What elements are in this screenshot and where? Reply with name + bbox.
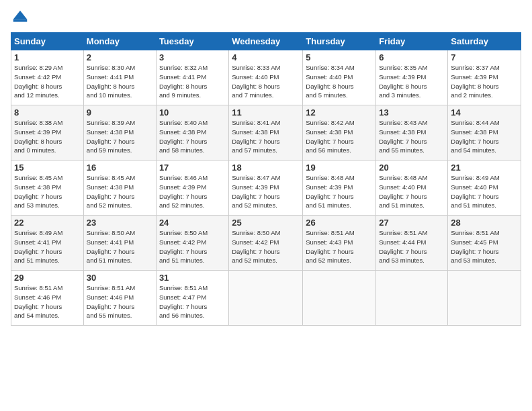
cell-sun-info: Sunrise: 8:39 AM Sunset: 4:38 PM Dayligh… xyxy=(87,118,153,155)
day-number: 8 xyxy=(14,107,81,118)
day-number: 2 xyxy=(87,52,153,62)
calendar-cell: 10Sunrise: 8:40 AM Sunset: 4:38 PM Dayli… xyxy=(156,105,228,161)
day-number: 31 xyxy=(159,273,226,283)
calendar-cell: 25Sunrise: 8:50 AM Sunset: 4:42 PM Dayli… xyxy=(229,216,303,271)
day-number: 14 xyxy=(451,107,518,118)
cell-sun-info: Sunrise: 8:41 AM Sunset: 4:38 PM Dayligh… xyxy=(232,118,300,155)
svg-rect-1 xyxy=(13,19,28,22)
calendar-table: SundayMondayTuesdayWednesdayThursdayFrid… xyxy=(11,32,521,326)
day-number: 18 xyxy=(232,163,300,173)
day-number: 6 xyxy=(379,52,445,62)
cell-sun-info: Sunrise: 8:42 AM Sunset: 4:38 PM Dayligh… xyxy=(306,118,373,155)
cell-sun-info: Sunrise: 8:49 AM Sunset: 4:41 PM Dayligh… xyxy=(14,228,81,265)
calendar-cell: 8Sunrise: 8:38 AM Sunset: 4:39 PM Daylig… xyxy=(11,105,84,161)
day-number: 11 xyxy=(232,107,300,118)
cell-sun-info: Sunrise: 8:34 AM Sunset: 4:40 PM Dayligh… xyxy=(306,63,373,100)
cell-sun-info: Sunrise: 8:49 AM Sunset: 4:40 PM Dayligh… xyxy=(451,173,518,210)
calendar-cell: 27Sunrise: 8:51 AM Sunset: 4:44 PM Dayli… xyxy=(376,216,448,271)
main-container: SundayMondayTuesdayWednesdayThursdayFrid… xyxy=(0,0,532,331)
cell-sun-info: Sunrise: 8:33 AM Sunset: 4:40 PM Dayligh… xyxy=(232,63,300,100)
weekday-header-wednesday: Wednesday xyxy=(229,33,303,50)
calendar-cell: 9Sunrise: 8:39 AM Sunset: 4:38 PM Daylig… xyxy=(83,105,156,161)
calendar-cell: 18Sunrise: 8:47 AM Sunset: 4:39 PM Dayli… xyxy=(229,161,303,216)
day-number: 25 xyxy=(232,218,300,228)
day-number: 20 xyxy=(379,163,445,173)
calendar-cell: 28Sunrise: 8:51 AM Sunset: 4:45 PM Dayli… xyxy=(448,216,521,271)
calendar-cell: 21Sunrise: 8:49 AM Sunset: 4:40 PM Dayli… xyxy=(448,161,521,216)
calendar-cell: 17Sunrise: 8:46 AM Sunset: 4:39 PM Dayli… xyxy=(156,161,228,216)
calendar-cell xyxy=(376,271,448,326)
cell-sun-info: Sunrise: 8:45 AM Sunset: 4:38 PM Dayligh… xyxy=(14,173,81,210)
day-number: 15 xyxy=(14,163,81,173)
day-number: 30 xyxy=(87,273,153,283)
cell-sun-info: Sunrise: 8:43 AM Sunset: 4:38 PM Dayligh… xyxy=(379,118,445,155)
day-number: 23 xyxy=(87,218,153,228)
calendar-cell: 1Sunrise: 8:29 AM Sunset: 4:42 PM Daylig… xyxy=(11,50,84,105)
day-number: 13 xyxy=(379,107,445,118)
day-number: 10 xyxy=(159,107,226,118)
calendar-cell: 24Sunrise: 8:50 AM Sunset: 4:42 PM Dayli… xyxy=(156,216,228,271)
day-number: 5 xyxy=(306,52,373,62)
calendar-cell: 26Sunrise: 8:51 AM Sunset: 4:43 PM Dayli… xyxy=(303,216,376,271)
calendar-cell: 6Sunrise: 8:35 AM Sunset: 4:39 PM Daylig… xyxy=(376,50,448,105)
cell-sun-info: Sunrise: 8:50 AM Sunset: 4:42 PM Dayligh… xyxy=(232,228,300,265)
calendar-cell: 29Sunrise: 8:51 AM Sunset: 4:46 PM Dayli… xyxy=(11,271,84,326)
cell-sun-info: Sunrise: 8:45 AM Sunset: 4:38 PM Dayligh… xyxy=(87,173,153,210)
day-number: 26 xyxy=(306,218,373,228)
cell-sun-info: Sunrise: 8:30 AM Sunset: 4:41 PM Dayligh… xyxy=(87,63,153,100)
cell-sun-info: Sunrise: 8:51 AM Sunset: 4:43 PM Dayligh… xyxy=(306,228,373,265)
cell-sun-info: Sunrise: 8:38 AM Sunset: 4:39 PM Dayligh… xyxy=(14,118,81,155)
weekday-header-thursday: Thursday xyxy=(303,33,376,50)
calendar-cell: 11Sunrise: 8:41 AM Sunset: 4:38 PM Dayli… xyxy=(229,105,303,161)
calendar-cell: 4Sunrise: 8:33 AM Sunset: 4:40 PM Daylig… xyxy=(229,50,303,105)
day-number: 24 xyxy=(159,218,226,228)
weekday-header-friday: Friday xyxy=(376,33,448,50)
calendar-cell xyxy=(303,271,376,326)
calendar-cell: 19Sunrise: 8:48 AM Sunset: 4:39 PM Dayli… xyxy=(303,161,376,216)
cell-sun-info: Sunrise: 8:51 AM Sunset: 4:44 PM Dayligh… xyxy=(379,228,445,265)
day-number: 9 xyxy=(87,107,153,118)
calendar-cell: 23Sunrise: 8:50 AM Sunset: 4:41 PM Dayli… xyxy=(83,216,156,271)
cell-sun-info: Sunrise: 8:51 AM Sunset: 4:45 PM Dayligh… xyxy=(451,228,518,265)
calendar-cell: 7Sunrise: 8:37 AM Sunset: 4:39 PM Daylig… xyxy=(448,50,521,105)
cell-sun-info: Sunrise: 8:50 AM Sunset: 4:42 PM Dayligh… xyxy=(159,228,226,265)
day-number: 16 xyxy=(87,163,153,173)
day-number: 29 xyxy=(14,273,81,283)
cell-sun-info: Sunrise: 8:51 AM Sunset: 4:47 PM Dayligh… xyxy=(159,283,226,320)
calendar-cell xyxy=(229,271,303,326)
day-number: 3 xyxy=(159,52,226,62)
calendar-week-3: 15Sunrise: 8:45 AM Sunset: 4:38 PM Dayli… xyxy=(11,161,521,216)
day-number: 22 xyxy=(14,218,81,228)
day-number: 7 xyxy=(451,52,518,62)
calendar-cell: 30Sunrise: 8:51 AM Sunset: 4:46 PM Dayli… xyxy=(83,271,156,326)
logo-icon xyxy=(11,8,30,27)
cell-sun-info: Sunrise: 8:48 AM Sunset: 4:39 PM Dayligh… xyxy=(306,173,373,210)
cell-sun-info: Sunrise: 8:35 AM Sunset: 4:39 PM Dayligh… xyxy=(379,63,445,100)
calendar-cell: 16Sunrise: 8:45 AM Sunset: 4:38 PM Dayli… xyxy=(83,161,156,216)
calendar-week-2: 8Sunrise: 8:38 AM Sunset: 4:39 PM Daylig… xyxy=(11,105,521,161)
weekday-header-sunday: Sunday xyxy=(11,33,84,50)
svg-marker-0 xyxy=(13,11,28,19)
cell-sun-info: Sunrise: 8:47 AM Sunset: 4:39 PM Dayligh… xyxy=(232,173,300,210)
calendar-cell: 31Sunrise: 8:51 AM Sunset: 4:47 PM Dayli… xyxy=(156,271,228,326)
calendar-cell: 2Sunrise: 8:30 AM Sunset: 4:41 PM Daylig… xyxy=(83,50,156,105)
header xyxy=(11,8,521,27)
weekday-header-saturday: Saturday xyxy=(448,33,521,50)
cell-sun-info: Sunrise: 8:37 AM Sunset: 4:39 PM Dayligh… xyxy=(451,63,518,100)
day-number: 27 xyxy=(379,218,445,228)
cell-sun-info: Sunrise: 8:40 AM Sunset: 4:38 PM Dayligh… xyxy=(159,118,226,155)
logo xyxy=(11,8,32,27)
cell-sun-info: Sunrise: 8:50 AM Sunset: 4:41 PM Dayligh… xyxy=(87,228,153,265)
day-number: 21 xyxy=(451,163,518,173)
cell-sun-info: Sunrise: 8:51 AM Sunset: 4:46 PM Dayligh… xyxy=(14,283,81,320)
cell-sun-info: Sunrise: 8:46 AM Sunset: 4:39 PM Dayligh… xyxy=(159,173,226,210)
cell-sun-info: Sunrise: 8:32 AM Sunset: 4:41 PM Dayligh… xyxy=(159,63,226,100)
calendar-cell: 3Sunrise: 8:32 AM Sunset: 4:41 PM Daylig… xyxy=(156,50,228,105)
calendar-cell: 22Sunrise: 8:49 AM Sunset: 4:41 PM Dayli… xyxy=(11,216,84,271)
cell-sun-info: Sunrise: 8:51 AM Sunset: 4:46 PM Dayligh… xyxy=(87,283,153,320)
cell-sun-info: Sunrise: 8:48 AM Sunset: 4:40 PM Dayligh… xyxy=(379,173,445,210)
cell-sun-info: Sunrise: 8:44 AM Sunset: 4:38 PM Dayligh… xyxy=(451,118,518,155)
calendar-week-5: 29Sunrise: 8:51 AM Sunset: 4:46 PM Dayli… xyxy=(11,271,521,326)
calendar-cell: 20Sunrise: 8:48 AM Sunset: 4:40 PM Dayli… xyxy=(376,161,448,216)
calendar-cell: 12Sunrise: 8:42 AM Sunset: 4:38 PM Dayli… xyxy=(303,105,376,161)
